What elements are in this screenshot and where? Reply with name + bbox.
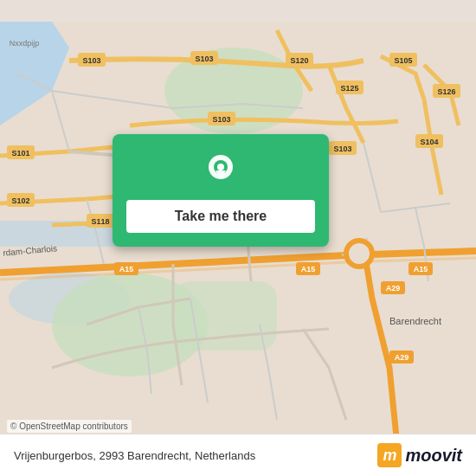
moovit-logo: m moovit — [377, 443, 462, 467]
svg-text:S103: S103 — [333, 145, 351, 153]
map-container: S103 S103 S120 S125 S105 S126 S101 S103 … — [0, 0, 476, 476]
moovit-wordmark: moovit — [405, 446, 462, 466]
svg-text:A15: A15 — [414, 265, 428, 273]
action-card: Take me there — [113, 134, 329, 247]
svg-text:S118: S118 — [91, 217, 109, 226]
svg-text:S126: S126 — [437, 87, 455, 96]
svg-text:A29: A29 — [386, 284, 401, 293]
take-me-there-button[interactable]: Take me there — [126, 200, 315, 233]
svg-text:S103: S103 — [212, 115, 230, 124]
svg-text:A29: A29 — [395, 353, 409, 362]
svg-text:Nxxdpijp: Nxxdpijp — [10, 39, 40, 48]
svg-text:S125: S125 — [340, 84, 358, 93]
bottom-bar: Vrijenburgerbos, 2993 Barendrecht, Nethe… — [0, 434, 476, 476]
location-label: Vrijenburgerbos, 2993 Barendrecht, Nethe… — [14, 449, 255, 462]
svg-text:S101: S101 — [11, 149, 29, 158]
moovit-m-icon: m — [377, 443, 402, 467]
svg-point-51 — [217, 164, 224, 170]
svg-point-9 — [352, 247, 366, 261]
svg-text:A15: A15 — [119, 265, 134, 273]
map-attribution: © OpenStreetMap contributors — [7, 420, 132, 433]
svg-text:S103: S103 — [82, 56, 100, 65]
svg-text:S120: S120 — [290, 56, 308, 65]
svg-text:S105: S105 — [394, 56, 412, 65]
svg-text:A15: A15 — [301, 265, 316, 273]
svg-text:S104: S104 — [420, 138, 438, 146]
location-pin-icon — [202, 151, 240, 190]
svg-text:S102: S102 — [11, 196, 29, 205]
svg-text:Barendrecht: Barendrecht — [389, 316, 441, 326]
attribution-text: © OpenStreetMap contributors — [10, 421, 128, 431]
svg-text:S103: S103 — [195, 55, 213, 63]
